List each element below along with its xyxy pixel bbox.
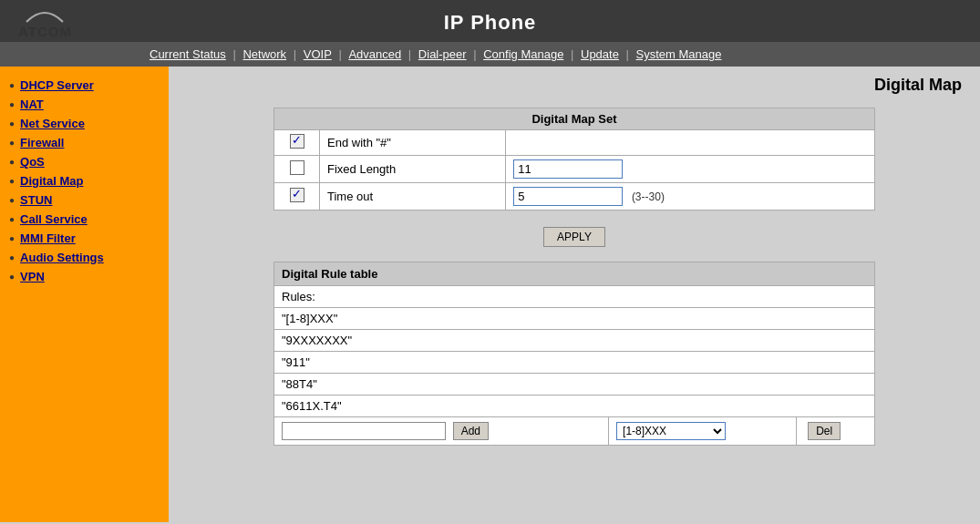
- nav-update[interactable]: Update: [581, 47, 619, 61]
- logo-arc-icon: [22, 7, 67, 24]
- add-rule-button[interactable]: Add: [453, 422, 489, 440]
- sidebar: ● DHCP Server ● NAT ● Net Service ● Fire…: [0, 67, 169, 522]
- nav-voip[interactable]: VOIP: [304, 47, 332, 61]
- header: ATCOM IP Phone: [0, 0, 980, 42]
- rule-row-0: "[1-8]XXX": [274, 308, 875, 330]
- sidebar-link-dhcp-server[interactable]: DHCP Server: [20, 78, 94, 92]
- add-rule-input[interactable]: [282, 422, 446, 440]
- sidebar-link-mmi-filter[interactable]: MMI Filter: [20, 231, 76, 245]
- bullet-icon: ●: [9, 80, 15, 90]
- time-out-input[interactable]: [513, 187, 623, 206]
- checkbox-end-with-hash[interactable]: [290, 134, 304, 149]
- sidebar-link-firewall[interactable]: Firewall: [20, 136, 64, 149]
- label-fixed-length: Fixed Length: [320, 156, 506, 183]
- bullet-icon: ●: [9, 176, 15, 186]
- sidebar-item-stun: ● STUN: [0, 190, 169, 210]
- label-end-with-hash: End with "#": [320, 130, 506, 156]
- layout: ● DHCP Server ● NAT ● Net Service ● Fire…: [0, 67, 980, 522]
- nav-config-manage[interactable]: Config Manage: [483, 47, 563, 61]
- rule-select[interactable]: [1-8]XXX 9XXXXXXX 911 88T4 6611X.T4: [616, 422, 726, 440]
- sidebar-item-qos: ● QoS: [0, 152, 169, 171]
- nav-bar: Current Status | Network | VOIP | Advanc…: [0, 42, 980, 67]
- rule-row-2: "911": [274, 352, 875, 374]
- rule-row-1: "9XXXXXXX": [274, 330, 875, 352]
- row-end-with-hash: End with "#": [274, 130, 875, 156]
- bullet-icon: ●: [9, 195, 15, 205]
- logo-area: ATCOM: [18, 7, 72, 39]
- sidebar-link-qos[interactable]: QoS: [20, 155, 45, 169]
- bullet-icon: ●: [9, 214, 15, 224]
- bullet-icon: ●: [9, 233, 15, 243]
- add-rule-row: Add [1-8]XXX 9XXXXXXX 911 88T4 6611X.T4 …: [274, 417, 875, 446]
- nav-network[interactable]: Network: [242, 47, 286, 61]
- sidebar-item-call-service: ● Call Service: [0, 210, 169, 229]
- sidebar-item-net-service: ● Net Service: [0, 114, 169, 133]
- time-out-hint: (3--30): [632, 190, 665, 203]
- digital-map-set-header: Digital Map Set: [274, 108, 875, 130]
- main-content: Digital Map Digital Map Set End with "#"…: [169, 67, 980, 522]
- label-time-out: Time out: [320, 183, 506, 211]
- bullet-icon: ●: [9, 138, 15, 148]
- bullet-icon: ●: [9, 272, 15, 282]
- sidebar-item-audio-settings: ● Audio Settings: [0, 248, 169, 267]
- nav-system-manage[interactable]: System Manage: [636, 47, 722, 61]
- sidebar-link-net-service[interactable]: Net Service: [20, 117, 85, 130]
- sidebar-link-audio-settings[interactable]: Audio Settings: [20, 251, 104, 264]
- sidebar-link-call-service[interactable]: Call Service: [20, 212, 88, 226]
- sidebar-link-digital-map[interactable]: Digital Map: [20, 174, 83, 188]
- row-time-out: Time out (3--30): [274, 183, 875, 211]
- nav-current-status[interactable]: Current Status: [150, 47, 226, 61]
- digital-map-heading: Digital Map: [187, 76, 962, 95]
- digital-map-set-table: Digital Map Set End with "#" Fixed Lengt…: [273, 108, 875, 211]
- bullet-icon: ●: [9, 99, 15, 109]
- rule-value-4: "6611X.T4": [274, 396, 875, 417]
- sidebar-item-firewall: ● Firewall: [0, 133, 169, 152]
- digital-rule-table: Digital Rule table Rules: "[1-8]XXX" "9X…: [273, 262, 875, 446]
- row-fixed-length: Fixed Length: [274, 156, 875, 183]
- rule-value-1: "9XXXXXXX": [274, 330, 875, 352]
- bullet-icon: ●: [9, 252, 15, 262]
- sidebar-link-stun[interactable]: STUN: [20, 193, 52, 207]
- sidebar-item-digital-map: ● Digital Map: [0, 171, 169, 190]
- rules-label: Rules:: [274, 286, 875, 308]
- sidebar-item-dhcp-server: ● DHCP Server: [0, 76, 169, 95]
- del-rule-button[interactable]: Del: [808, 422, 841, 440]
- rule-value-0: "[1-8]XXX": [274, 308, 875, 330]
- digital-rule-table-header: Digital Rule table: [274, 262, 875, 286]
- checkbox-time-out[interactable]: [290, 188, 304, 202]
- rule-row-4: "6611X.T4": [274, 396, 875, 417]
- bullet-icon: ●: [9, 157, 15, 167]
- sidebar-item-vpn: ● VPN: [0, 267, 169, 286]
- rule-value-3: "88T4": [274, 374, 875, 396]
- apply-button[interactable]: APPLY: [543, 227, 605, 247]
- logo-text: ATCOM: [18, 24, 72, 39]
- fixed-length-input[interactable]: [513, 159, 623, 179]
- nav-dial-peer[interactable]: Dial-peer: [418, 47, 467, 61]
- apply-wrap: APPLY: [273, 227, 875, 247]
- sidebar-item-nat: ● NAT: [0, 95, 169, 114]
- sidebar-link-nat[interactable]: NAT: [20, 98, 44, 111]
- rules-label-row: Rules:: [274, 286, 875, 308]
- checkbox-fixed-length[interactable]: [290, 160, 304, 175]
- nav-advanced[interactable]: Advanced: [348, 47, 401, 61]
- rule-value-2: "911": [274, 352, 875, 374]
- rule-row-3: "88T4": [274, 374, 875, 396]
- sidebar-item-mmi-filter: ● MMI Filter: [0, 229, 169, 248]
- sidebar-link-vpn[interactable]: VPN: [20, 270, 45, 283]
- bullet-icon: ●: [9, 118, 15, 128]
- page-title: IP Phone: [0, 11, 980, 35]
